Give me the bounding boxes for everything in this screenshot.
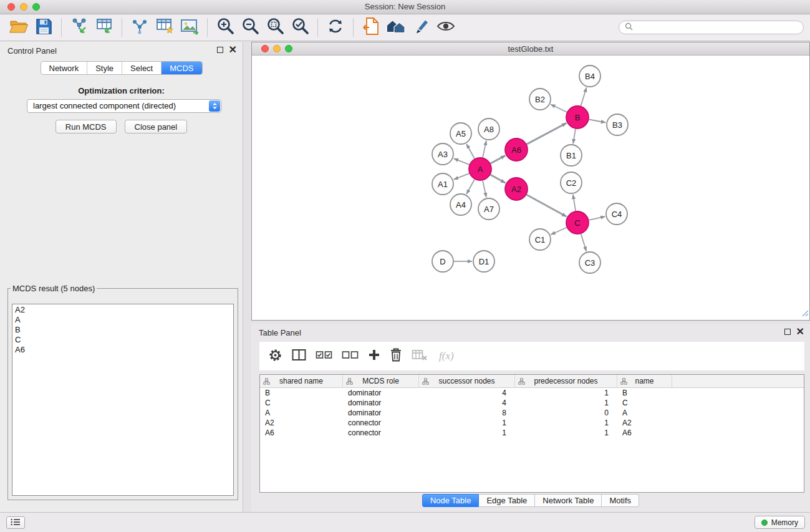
graph-node-C1[interactable]: C1 (529, 229, 551, 250)
open-session-button[interactable] (6, 16, 31, 39)
column-header-predecessor-nodes[interactable]: predecessor nodes (515, 375, 617, 387)
table-cell[interactable]: 8 (419, 408, 515, 418)
graph-node-D1[interactable]: D1 (473, 251, 494, 272)
zoom-out-button[interactable] (238, 16, 263, 39)
tab-style[interactable]: Style (87, 62, 122, 74)
graph-node-C4[interactable]: C4 (606, 203, 627, 225)
tab-select[interactable]: Select (122, 62, 162, 74)
graph-edge-A-A4[interactable] (466, 180, 475, 195)
new-network-button[interactable] (127, 16, 152, 39)
table-cell[interactable]: A (260, 408, 343, 418)
graph-node-B1[interactable]: B1 (561, 145, 582, 166)
tab-node-table[interactable]: Node Table (422, 494, 480, 507)
save-session-button[interactable] (31, 16, 56, 39)
window-titlebar[interactable]: Session: New Session (0, 0, 810, 14)
dropdown-stepper-icon[interactable] (209, 100, 220, 112)
table-cell[interactable]: 0 (515, 408, 617, 418)
table-row[interactable]: Cdominator41C (260, 398, 804, 408)
graph-edge-A-A7[interactable] (483, 181, 486, 198)
graph-node-A2[interactable]: A2 (505, 178, 528, 200)
table-cell[interactable]: dominator (343, 408, 419, 418)
graph-edge-A-A1[interactable] (454, 173, 470, 180)
column-header-MCDS-role[interactable]: MCDS role (343, 375, 419, 387)
graph-node-B2[interactable]: B2 (529, 89, 551, 110)
search-box[interactable] (619, 21, 804, 34)
export-image-button[interactable] (177, 16, 202, 39)
table-row[interactable]: A2connector11A2 (260, 418, 804, 428)
table-cell[interactable]: connector (343, 418, 419, 428)
graph-edge-A-A3[interactable] (454, 158, 470, 165)
table-cell[interactable]: 1 (515, 398, 617, 408)
tab-mcds[interactable]: MCDS (162, 62, 201, 74)
graph-edge-A-A6[interactable] (491, 155, 506, 163)
zoom-fit-button[interactable] (263, 16, 287, 39)
table-cell[interactable]: 1 (515, 418, 617, 428)
graph-node-B4[interactable]: B4 (579, 65, 600, 87)
graph-node-A4[interactable]: A4 (450, 194, 471, 215)
graph-node-C3[interactable]: C3 (579, 252, 600, 273)
show-panel-list-button[interactable] (6, 516, 25, 529)
graph-edge-A-A5[interactable] (466, 144, 475, 159)
graph-node-C2[interactable]: C2 (561, 172, 582, 193)
graph-edge-B-B4[interactable] (581, 87, 587, 106)
table-cell[interactable]: A2 (617, 418, 672, 428)
tab-network[interactable]: Network (41, 62, 87, 74)
graph-edge-C-C2[interactable] (573, 195, 576, 211)
graph-node-A3[interactable]: A3 (432, 143, 453, 165)
run-mcds-button[interactable]: Run MCDS (55, 120, 117, 133)
graph-edge-C-C4[interactable] (589, 216, 605, 220)
graph-node-A1[interactable]: A1 (432, 173, 453, 195)
table-cell[interactable]: dominator (343, 388, 419, 398)
graph-edge-A-A2[interactable] (491, 175, 506, 183)
graph-node-C[interactable]: C (566, 211, 589, 234)
graph-edge-A2-C[interactable] (527, 195, 567, 216)
close-panel-button[interactable]: Close panel (125, 120, 188, 133)
table-cell[interactable]: A2 (260, 418, 343, 428)
tab-motifs[interactable]: Motifs (602, 494, 639, 507)
home-views-button[interactable] (383, 16, 408, 39)
table-cell[interactable]: A6 (260, 428, 343, 438)
network-canvas[interactable]: B4B2BB3A5A8A6B1A3AA1C2A2A4A7C4CC1C3DD1 (252, 56, 809, 320)
export-document-button[interactable] (359, 16, 383, 39)
table-cell[interactable]: dominator (343, 398, 419, 408)
tab-edge-table[interactable]: Edge Table (479, 494, 535, 507)
graph-node-A7[interactable]: A7 (478, 198, 499, 220)
table-row[interactable]: A6connector11A6 (260, 428, 804, 438)
float-panel-icon[interactable] (784, 329, 791, 335)
float-panel-icon[interactable] (217, 47, 223, 53)
mcds-result-item[interactable]: A (15, 315, 231, 325)
graph-edge-A-A8[interactable] (483, 141, 486, 158)
graph-edge-C-C3[interactable] (581, 234, 587, 251)
table-cell[interactable]: 4 (419, 398, 515, 408)
mcds-result-item[interactable]: A2 (15, 305, 231, 315)
column-header-shared-name[interactable]: shared name (260, 375, 343, 387)
table-cell[interactable]: 1 (515, 428, 617, 438)
graph-edge-B-B1[interactable] (573, 129, 576, 144)
mcds-result-item[interactable]: B (15, 325, 231, 335)
graph-edge-B-B3[interactable] (589, 120, 606, 123)
graph-node-B[interactable]: B (566, 106, 589, 128)
graph-node-A6[interactable]: A6 (505, 138, 528, 161)
mcds-result-list[interactable]: A2ABCA6 (12, 304, 234, 496)
table-cell[interactable]: C (260, 398, 343, 408)
table-cell[interactable]: B (260, 388, 343, 398)
show-columns-button[interactable] (292, 349, 306, 364)
window-resize-grip[interactable] (802, 308, 809, 319)
zoom-selected-button[interactable] (287, 16, 312, 39)
table-cell[interactable]: A6 (617, 428, 672, 438)
graph-edge-A6-B[interactable] (527, 123, 567, 144)
import-network-button[interactable] (67, 16, 92, 39)
table-cell[interactable]: C (617, 398, 672, 408)
graph-edge-C-C1[interactable] (551, 228, 566, 235)
memory-button[interactable]: Memory (755, 516, 805, 529)
table-cell[interactable]: 1 (419, 418, 515, 428)
table-cell[interactable]: connector (343, 428, 419, 438)
select-all-button[interactable] (316, 349, 332, 363)
column-header-name[interactable]: name (617, 375, 672, 387)
delete-column-button[interactable] (390, 348, 402, 364)
graph-node-A8[interactable]: A8 (478, 118, 499, 140)
network-window-titlebar[interactable]: testGlobe.txt (252, 42, 809, 56)
toggle-visibility-button[interactable] (433, 16, 458, 39)
criterion-dropdown[interactable]: largest connected component (directed) (27, 99, 221, 113)
tab-network-table[interactable]: Network Table (535, 494, 602, 507)
